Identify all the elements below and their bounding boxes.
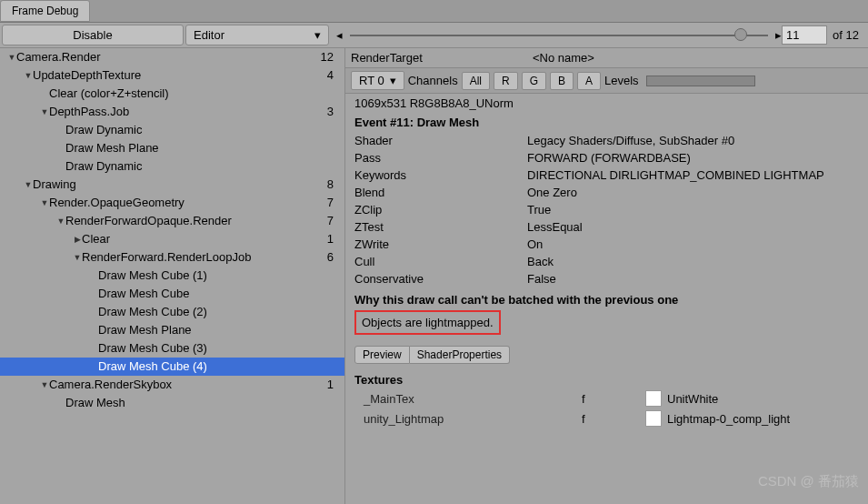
- tree-label: RenderForward.RenderLoopJob: [82, 249, 251, 266]
- tree-label: Camera.RenderSkybox: [49, 377, 172, 393]
- tree-row[interactable]: Draw Dynamic: [0, 157, 344, 176]
- texture-swatch[interactable]: [645, 390, 662, 407]
- tree-label: RenderForwardOpaque.Render: [65, 213, 232, 229]
- tree-row[interactable]: Draw Mesh Cube (1): [0, 267, 344, 285]
- expand-icon[interactable]: ▼: [24, 176, 33, 193]
- tree-count: 7: [327, 213, 337, 229]
- property-value: Legacy Shaders/Diffuse, SubShader #0: [527, 134, 859, 147]
- property-key: Blend: [354, 186, 527, 199]
- property-row: ZWriteOn: [345, 236, 868, 253]
- tree-label: Clear: [82, 231, 110, 247]
- property-row: BlendOne Zero: [345, 184, 868, 201]
- tree-label: Draw Mesh: [65, 395, 125, 411]
- expand-icon[interactable]: ▼: [73, 249, 82, 266]
- tree-row[interactable]: Draw Mesh Cube (2): [0, 303, 344, 321]
- property-value: FORWARD (FORWARDBASE): [527, 151, 859, 165]
- expand-icon[interactable]: ▼: [40, 377, 49, 393]
- event-slider[interactable]: [350, 35, 768, 36]
- details-pane: RenderTarget <No name> RT 0▾ Channels Al…: [345, 48, 868, 504]
- property-value: One Zero: [527, 186, 859, 199]
- tree-count: 6: [327, 249, 337, 266]
- tree-row[interactable]: ▼Render.OpaqueGeometry7: [0, 194, 344, 212]
- tree-label: Clear (color+Z+stencil): [49, 86, 169, 102]
- tree-row[interactable]: ▼Camera.Render12: [0, 48, 344, 66]
- levels-slider[interactable]: [646, 76, 755, 86]
- channel-a-button[interactable]: A: [577, 72, 601, 90]
- tree-label: Draw Dynamic: [65, 122, 143, 138]
- event-index-input[interactable]: [782, 25, 827, 45]
- tree-row[interactable]: ▼Camera.RenderSkybox1: [0, 376, 344, 394]
- property-row: ShaderLegacy Shaders/Diffuse, SubShader …: [345, 132, 868, 149]
- tree-row[interactable]: ▼RenderForward.RenderLoopJob6: [0, 248, 344, 267]
- property-row: ConservativeFalse: [345, 270, 868, 287]
- tree-label: UpdateDepthTexture: [33, 67, 141, 84]
- expand-icon[interactable]: ▼: [40, 195, 49, 211]
- tree-label: Draw Mesh Cube (2): [98, 304, 207, 320]
- target-dropdown-label: Editor: [194, 28, 224, 42]
- expand-icon[interactable]: ▼: [40, 104, 49, 120]
- tree-count: 8: [327, 176, 337, 193]
- tree-count: 12: [321, 49, 337, 66]
- tree-row[interactable]: ▶Clear1: [0, 230, 344, 248]
- channel-g-button[interactable]: G: [522, 72, 546, 90]
- slider-knob[interactable]: [734, 28, 747, 41]
- slider-prev-icon[interactable]: ◂: [336, 28, 343, 42]
- shaderproperties-button[interactable]: ShaderProperties: [410, 346, 510, 364]
- texture-swatch[interactable]: [645, 410, 662, 427]
- tree-row[interactable]: Draw Mesh Plane: [0, 139, 344, 157]
- expand-icon[interactable]: ▶: [73, 231, 82, 247]
- tab-frame-debug[interactable]: Frame Debug: [0, 0, 90, 22]
- expand-icon[interactable]: ▼: [56, 213, 65, 229]
- rt-dropdown[interactable]: RT 0▾: [351, 71, 404, 90]
- tree-row[interactable]: Draw Mesh: [0, 394, 344, 412]
- tree-count: 4: [327, 67, 337, 84]
- disable-button[interactable]: Disable: [2, 25, 184, 45]
- property-key: Conservative: [354, 272, 527, 286]
- rendertarget-value: <No name>: [533, 51, 594, 65]
- tree-row[interactable]: Draw Dynamic: [0, 121, 344, 139]
- texture-type: f: [582, 412, 645, 426]
- property-row: CullBack: [345, 253, 868, 270]
- tree-row[interactable]: ▼Drawing8: [0, 176, 344, 194]
- event-tree[interactable]: ▼Camera.Render12▼UpdateDepthTexture4Clea…: [0, 48, 345, 504]
- texture-value: UnitWhite: [667, 392, 718, 406]
- preview-button[interactable]: Preview: [354, 346, 410, 364]
- property-value: DIRECTIONAL DIRLIGHTMAP_COMBINED LIGHTMA…: [527, 168, 859, 182]
- tree-row[interactable]: Draw Mesh Cube (3): [0, 339, 344, 358]
- tree-label: Draw Mesh Cube (1): [98, 267, 207, 284]
- tree-row[interactable]: ▼RenderForwardOpaque.Render7: [0, 212, 344, 230]
- tree-row[interactable]: ▼DepthPass.Job3: [0, 103, 344, 121]
- property-value: True: [527, 203, 859, 217]
- batch-reason: Objects are lightmapped.: [354, 310, 501, 335]
- tree-row[interactable]: Clear (color+Z+stencil): [0, 85, 344, 103]
- tree-label: DepthPass.Job: [49, 104, 129, 120]
- target-dropdown[interactable]: Editor ▾: [185, 25, 329, 45]
- tree-label: Draw Mesh Plane: [98, 322, 192, 338]
- channel-b-button[interactable]: B: [550, 72, 574, 90]
- chevron-down-icon: ▾: [314, 28, 321, 42]
- property-key: Pass: [354, 151, 527, 165]
- tree-label: Draw Mesh Cube: [98, 286, 189, 302]
- tree-label: Render.OpaqueGeometry: [49, 195, 185, 211]
- channel-all-button[interactable]: All: [462, 72, 490, 90]
- expand-icon[interactable]: ▼: [24, 67, 33, 84]
- channels-label: Channels: [408, 74, 458, 87]
- texture-name: _MainTex: [354, 392, 582, 406]
- property-key: Shader: [354, 134, 527, 147]
- texture-type: f: [582, 392, 645, 406]
- tree-row[interactable]: Draw Mesh Cube (4): [0, 358, 344, 376]
- channel-r-button[interactable]: R: [494, 72, 518, 90]
- tree-label: Drawing: [33, 176, 76, 193]
- watermark: CSDN @ 番茄猿: [758, 473, 859, 490]
- property-key: ZWrite: [354, 237, 527, 251]
- tree-row[interactable]: Draw Mesh Cube: [0, 285, 344, 303]
- property-key: Keywords: [354, 168, 527, 182]
- chevron-down-icon: ▾: [390, 74, 396, 87]
- tree-label: Draw Mesh Cube (4): [98, 358, 207, 375]
- rendertarget-label: RenderTarget: [351, 51, 533, 65]
- tree-row[interactable]: Draw Mesh Plane: [0, 321, 344, 339]
- slider-next-icon[interactable]: ▸: [775, 28, 782, 42]
- texture-name: unity_Lightmap: [354, 412, 582, 426]
- expand-icon[interactable]: ▼: [7, 49, 16, 66]
- tree-row[interactable]: ▼UpdateDepthTexture4: [0, 66, 344, 85]
